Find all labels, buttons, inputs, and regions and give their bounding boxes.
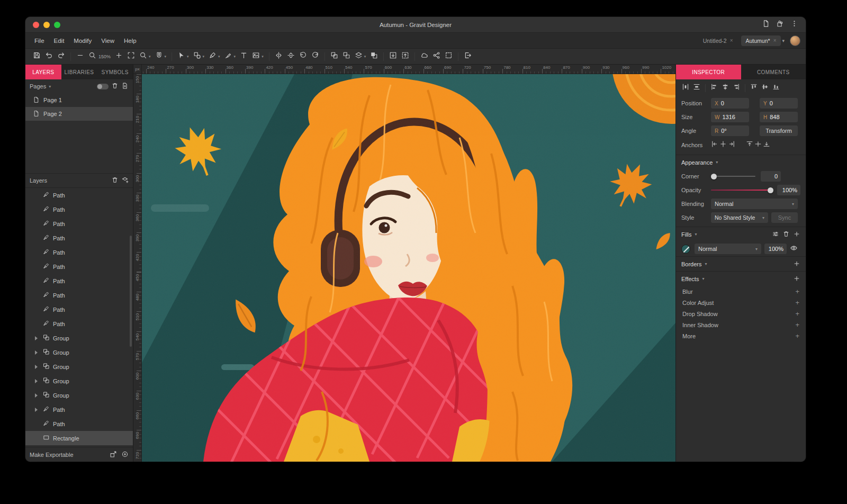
artboard[interactable]	[142, 74, 675, 462]
fill-opacity-value[interactable]: 100%	[764, 244, 787, 254]
blending-dropdown[interactable]: Normal ▾	[711, 199, 798, 209]
tab-symbols[interactable]: SYMBOLS	[97, 65, 133, 79]
page-row[interactable]: Page 2	[25, 107, 133, 121]
undo-button[interactable]	[43, 50, 55, 63]
size-h-field[interactable]: H 848	[760, 112, 798, 122]
layer-row[interactable]: Group	[25, 345, 133, 359]
menu-item-edit[interactable]: Edit	[49, 35, 69, 46]
shared-style-dropdown[interactable]: No Shared Style ▾	[711, 212, 768, 223]
flip-horizontal-button[interactable]	[273, 50, 285, 63]
chevron-down-icon[interactable]: ▾	[203, 55, 205, 59]
make-exportable-row[interactable]: Make Exportable	[25, 447, 133, 462]
anchor-bottom-button[interactable]	[763, 140, 770, 150]
doc-tab-untitled-2[interactable]: Untitled-2×	[698, 35, 738, 46]
expand-caret-icon[interactable]	[35, 365, 40, 369]
flip-vertical-button[interactable]	[285, 50, 297, 63]
zoom-tool[interactable]: ▾	[137, 50, 153, 63]
layer-row[interactable]: Group	[25, 359, 133, 374]
tab-layers[interactable]: LAYERS	[25, 65, 61, 79]
close-window-button[interactable]	[33, 22, 39, 28]
image-tool[interactable]: ▾	[250, 50, 266, 63]
scrollbar[interactable]	[130, 236, 132, 347]
transform-button[interactable]: Transform	[760, 125, 798, 136]
group-button[interactable]	[328, 50, 340, 63]
horizontal-ruler[interactable]: 2402703003303603904204504805105405706006…	[142, 65, 675, 74]
tab-inspector[interactable]: INSPECTOR	[676, 65, 741, 79]
pen-tool[interactable]: ▾	[206, 50, 222, 63]
anchor-top-button[interactable]	[746, 140, 753, 150]
artwork-illustration[interactable]	[142, 74, 675, 462]
add-effect-icon[interactable]: +	[795, 321, 799, 329]
expand-caret-icon[interactable]	[35, 350, 40, 355]
place-image-button[interactable]	[387, 50, 399, 63]
slice-tool[interactable]	[443, 50, 455, 63]
add-border-button[interactable]	[793, 260, 800, 268]
effect-row-inner-shadow[interactable]: Inner Shadow+	[676, 319, 806, 330]
chevron-down-icon[interactable]: ▾	[149, 55, 151, 59]
fill-color-swatch[interactable]	[681, 245, 690, 254]
boolean-ops-button[interactable]	[368, 50, 380, 63]
expand-caret-icon[interactable]	[35, 379, 40, 383]
borders-header[interactable]: Borders ▾	[676, 256, 806, 271]
close-tab-icon[interactable]: ×	[730, 38, 733, 43]
pages-toggle[interactable]	[97, 84, 109, 89]
anchor-right-button[interactable]	[728, 140, 735, 150]
align-center-horizontal-button[interactable]	[720, 82, 731, 94]
position-x-field[interactable]: X 0	[711, 98, 749, 109]
layer-row[interactable]: Path	[25, 274, 133, 288]
anchor-center-h-button[interactable]	[719, 140, 727, 150]
add-fill-button[interactable]	[793, 230, 800, 239]
layer-row[interactable]: Group	[25, 331, 133, 345]
add-page-button[interactable]	[121, 82, 129, 91]
align-center-vertical-button[interactable]	[760, 82, 770, 94]
expand-caret-icon[interactable]	[35, 408, 40, 412]
exit-button[interactable]	[462, 50, 474, 63]
effect-row-more[interactable]: More+	[676, 330, 806, 341]
fill-options-icon[interactable]	[772, 230, 779, 239]
save-button[interactable]	[31, 50, 43, 63]
add-effect-icon[interactable]: +	[795, 310, 799, 318]
menu-item-help[interactable]: Help	[119, 35, 141, 46]
zoom-fit-button[interactable]	[125, 50, 137, 63]
opacity-value[interactable]: 100%	[777, 185, 800, 195]
layer-row[interactable]: Path	[25, 288, 133, 302]
angle-field[interactable]: R 0°	[711, 125, 749, 136]
position-y-field[interactable]: Y 0	[760, 98, 798, 109]
tab-comments[interactable]: COMMENTS	[741, 65, 806, 79]
layer-row[interactable]: Path	[25, 217, 133, 231]
chevron-down-icon[interactable]: ▾	[187, 55, 189, 59]
freehand-tool[interactable]: ▾	[222, 50, 238, 63]
add-effect-icon[interactable]: +	[795, 287, 799, 295]
fill-blend-dropdown[interactable]: Normal ▾	[695, 244, 761, 254]
align-right-button[interactable]	[731, 82, 742, 94]
effect-row-drop-shadow[interactable]: Drop Shadow+	[676, 308, 806, 319]
chevron-down-icon[interactable]: ▾	[49, 84, 51, 89]
pointer-tool[interactable]: ▾	[175, 50, 191, 63]
zoom-window-button[interactable]	[54, 22, 60, 28]
page-row[interactable]: Page 1	[25, 93, 133, 107]
appearance-header[interactable]: Appearance ▾	[676, 155, 806, 169]
chevron-down-icon[interactable]: ▾	[364, 55, 366, 59]
add-effect-icon[interactable]: +	[795, 332, 799, 340]
align-left-button[interactable]	[709, 82, 719, 94]
layer-row[interactable]: Path	[25, 245, 133, 259]
export-icon[interactable]	[110, 451, 117, 459]
document-icon[interactable]	[762, 20, 770, 30]
anchor-left-button[interactable]	[711, 140, 718, 150]
rotate-cw-button[interactable]	[309, 50, 321, 63]
layer-row[interactable]: Path	[25, 188, 133, 202]
chevron-down-icon[interactable]: ▾	[234, 55, 236, 59]
chevron-down-icon[interactable]: ▾	[782, 38, 785, 43]
redo-button[interactable]	[55, 50, 67, 63]
delete-page-button[interactable]	[111, 82, 119, 91]
expand-caret-icon[interactable]	[35, 336, 40, 340]
add-export-button[interactable]	[121, 451, 129, 459]
menu-item-view[interactable]: View	[96, 35, 119, 46]
layer-row[interactable]: Path	[25, 259, 133, 274]
layer-row[interactable]: Path	[25, 302, 133, 317]
add-effect-icon[interactable]: +	[795, 299, 799, 307]
layer-row[interactable]: Path	[25, 231, 133, 245]
distribute-vertical-button[interactable]	[691, 82, 702, 94]
menu-item-modify[interactable]: Modify	[69, 35, 96, 46]
sync-style-button[interactable]: Sync	[771, 212, 798, 223]
